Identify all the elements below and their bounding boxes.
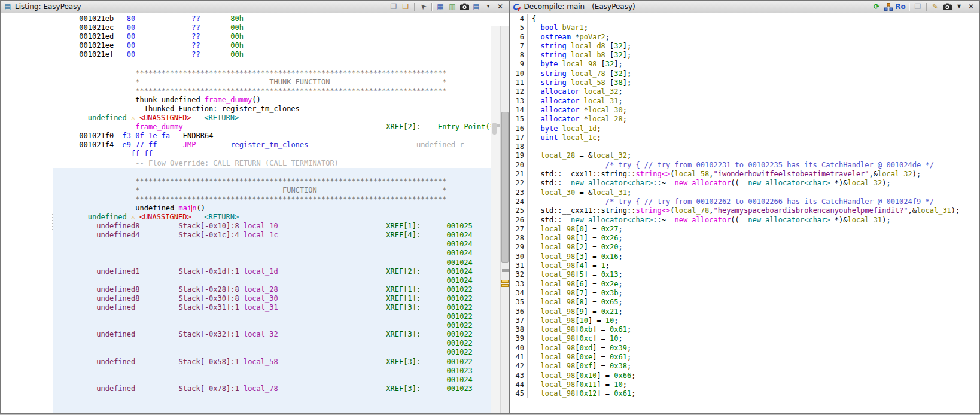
graph-icon[interactable]	[884, 2, 893, 11]
listing-row[interactable]: 001021eb 80 ?? 80h	[53, 14, 492, 23]
listing-row[interactable]: 001022	[53, 339, 492, 348]
listing-row[interactable]: -- Flow Override: CALL_RETURN (CALL_TERM…	[53, 159, 492, 168]
listing-row[interactable]: 001022	[53, 321, 492, 330]
listing-row[interactable]: 001021ef 00 ?? 00h	[53, 50, 492, 59]
bookmark-marker-icon[interactable]	[501, 280, 509, 283]
bookmark-marker-icon[interactable]	[501, 284, 509, 287]
code-line[interactable]: 5 bool bVar1;	[511, 23, 979, 32]
panel-caret-icon[interactable]: ▼	[954, 2, 964, 11]
code-line[interactable]: 28 local_98[1] = 0x26;	[511, 234, 979, 243]
listing-row[interactable]: undefined1 Stack[-0x1d]:1 local_1d XREF[…	[53, 267, 492, 276]
listing-row[interactable]: undefined Stack[-0x78]:1 local_78 XREF[3…	[53, 385, 492, 393]
code-line[interactable]: 37 local_98[10] = 10;	[511, 316, 979, 325]
code-line[interactable]: 20 /* try { // try from 00102231 to 0010…	[511, 161, 979, 170]
code-line[interactable]: 40 local_98[0xd] = 0x39;	[511, 344, 979, 353]
listing-row[interactable]: ****************************************…	[53, 69, 492, 78]
copy-icon[interactable]: ❐	[389, 2, 398, 11]
code-line[interactable]: 45 local_98[0x12] = 0x61;	[511, 389, 979, 398]
listing-row[interactable]: undefined8 Stack[-0x10]:8 local_10 XREF[…	[53, 222, 492, 231]
code-line[interactable]: 24 /* try { // try from 00102262 to 0010…	[511, 197, 979, 206]
paste-icon[interactable]: ❒	[401, 2, 410, 11]
code-line[interactable]: 6 ostream *poVar2;	[511, 33, 979, 42]
code-line[interactable]: 34 local_98[7] = 0x3b;	[511, 289, 979, 298]
code-line[interactable]: 18	[511, 142, 979, 151]
code-line[interactable]: 27 local_98[0] = 0x27;	[511, 225, 979, 234]
code-line[interactable]: 21 std::__cxx11::string::string<>(local_…	[511, 170, 979, 179]
listing-row[interactable]: frame_dummy XREF[2]: Entry Point(*),	[53, 123, 492, 132]
listing-row[interactable]: 001021ee 00 ?? 00h	[53, 41, 492, 50]
listing-row[interactable]: undefined8 Stack[-0x30]:8 local_30 XREF[…	[53, 294, 492, 303]
listing-row[interactable]: 001021ed 00 ?? 00h	[53, 32, 492, 41]
code-line[interactable]: 38 local_98[0xb] = 0x61;	[511, 325, 979, 334]
listing-row[interactable]: 001022	[53, 348, 492, 357]
code-line[interactable]: 39 local_98[0xc] = 10;	[511, 334, 979, 343]
listing-row[interactable]: 001024	[53, 249, 492, 258]
code-line[interactable]: 9 byte local_98 [32];	[511, 60, 979, 69]
snapshot-icon[interactable]	[459, 2, 469, 11]
code-line[interactable]: 33 local_98[6] = 0x2e;	[511, 280, 979, 289]
listing-row[interactable]: * THUNK FUNCTION *	[53, 78, 492, 87]
code-line[interactable]: 31 local_98[4] = 1;	[511, 261, 979, 270]
listing-row[interactable]: undefined Stack[-0x31]:1 local_31 XREF[3…	[53, 303, 492, 312]
listing-row[interactable]: Thunked-Function: register_tm_clones	[53, 105, 492, 114]
code-line[interactable]: 29 local_98[2] = 0x20;	[511, 243, 979, 252]
toggle-field-header-icon[interactable]: ▦	[436, 2, 445, 11]
listing-row[interactable]: 001024	[53, 276, 492, 285]
diff-view-icon[interactable]: ▥	[448, 2, 457, 11]
code-line[interactable]: 35 local_98[8] = 0x65;	[511, 298, 979, 307]
decompile-content[interactable]: 4{5 bool bVar1;6 ostream *poVar2;7 strin…	[510, 13, 979, 413]
code-line[interactable]: 16 byte local_1d;	[511, 124, 979, 133]
listing-row[interactable]: 001022	[53, 312, 492, 321]
listing-row[interactable]: undefined Stack[-0x32]:1 local_32 XREF[3…	[53, 330, 492, 339]
listing-row[interactable]: thunk undefined frame_dummy()	[53, 96, 492, 105]
code-line[interactable]: 14 allocator *local_30;	[511, 106, 979, 115]
code-line[interactable]: 30 local_98[3] = 0x16;	[511, 252, 979, 261]
cursor-arrow-icon[interactable]: ➤	[416, 0, 430, 13]
refresh-icon[interactable]: ⟳	[872, 2, 881, 11]
code-line[interactable]: 23 local_30 = &local_31;	[511, 188, 979, 197]
code-line[interactable]: 44 local_98[0x11] = 10;	[511, 380, 979, 389]
listing-row[interactable]: 001021f0 f3 0f 1e fa ENDBR64	[53, 132, 492, 141]
code-line[interactable]: 13 allocator local_31;	[511, 97, 979, 106]
listing-row[interactable]: 001024	[53, 240, 492, 249]
rename-variable-icon[interactable]: Ro	[896, 2, 905, 11]
listing-row[interactable]: 001024	[53, 376, 492, 385]
listing-row[interactable]	[53, 411, 492, 413]
listing-menu-icon[interactable]: ▤	[471, 2, 481, 11]
menu-caret-icon[interactable]: ▾	[483, 2, 493, 11]
code-line[interactable]: 17 uint local_1c;	[511, 133, 979, 142]
listing-row[interactable]: undefined4 Stack[-0x1c]:4 local_1c XREF[…	[53, 231, 492, 240]
code-line[interactable]: 26 std::__new_allocator<char>::~__new_al…	[511, 216, 979, 225]
listing-row[interactable]	[53, 393, 492, 402]
listing-row[interactable]: 001024	[53, 258, 492, 267]
listing-row[interactable]	[53, 168, 492, 177]
listing-row[interactable]: − undefined ⚠ <UNASSIGNED> <RETURN>	[53, 114, 492, 123]
copy-icon[interactable]: ❐	[913, 2, 923, 11]
code-line[interactable]: 22 std::__new_allocator<char>::~__new_al…	[511, 179, 979, 188]
close-icon[interactable]: ✕	[495, 2, 505, 11]
listing-row[interactable]: ****************************************…	[53, 195, 492, 204]
code-line[interactable]: 19 local_28 = &local_32;	[511, 151, 979, 160]
listing-row[interactable]	[53, 59, 492, 68]
listing-row[interactable]: − undefined ⚠ <UNASSIGNED> <RETURN>	[53, 213, 492, 222]
edit-function-icon[interactable]: ✎	[930, 2, 940, 11]
listing-row[interactable]: ff ff	[53, 149, 492, 158]
listing-content[interactable]: 001021eb 80 ?? 80h 001021ec 00 ?? 00h 00…	[1, 13, 509, 413]
code-line[interactable]: 25 std::__cxx11::string::string<>(local_…	[511, 206, 979, 215]
listing-row[interactable]: undefined Stack[-0x58]:1 local_58 XREF[3…	[53, 358, 492, 367]
listing-row[interactable]: 001021f4 e9 77 ff JMP register_tm_clones…	[53, 141, 492, 149]
code-line[interactable]: 12 allocator local_32;	[511, 87, 979, 96]
decompile-panel-header[interactable]: Cf Decompile: main - (EasyPeasy) ⟳Ro❐✎▼✕	[510, 1, 979, 13]
listing-row[interactable]: ****************************************…	[53, 87, 492, 96]
code-line[interactable]: 4{	[511, 14, 979, 23]
snapshot-icon[interactable]	[942, 2, 952, 11]
listing-row[interactable]: undefined8 Stack[-0x28]:8 local_28 XREF[…	[53, 285, 492, 294]
code-line[interactable]: 7 string local_d8 [32];	[511, 42, 979, 51]
code-line[interactable]: 42 local_98[0xf] = 0x38;	[511, 362, 979, 371]
listing-row[interactable]: undefined main()	[53, 204, 492, 213]
code-line[interactable]: 43 local_98[0x10] = 0x66;	[511, 371, 979, 380]
close-icon[interactable]: ✕	[966, 2, 976, 11]
code-line[interactable]: 15 allocator *local_28;	[511, 115, 979, 124]
code-line[interactable]: 8 string local_b8 [32];	[511, 51, 979, 60]
overview-indicator[interactable]	[492, 123, 497, 135]
